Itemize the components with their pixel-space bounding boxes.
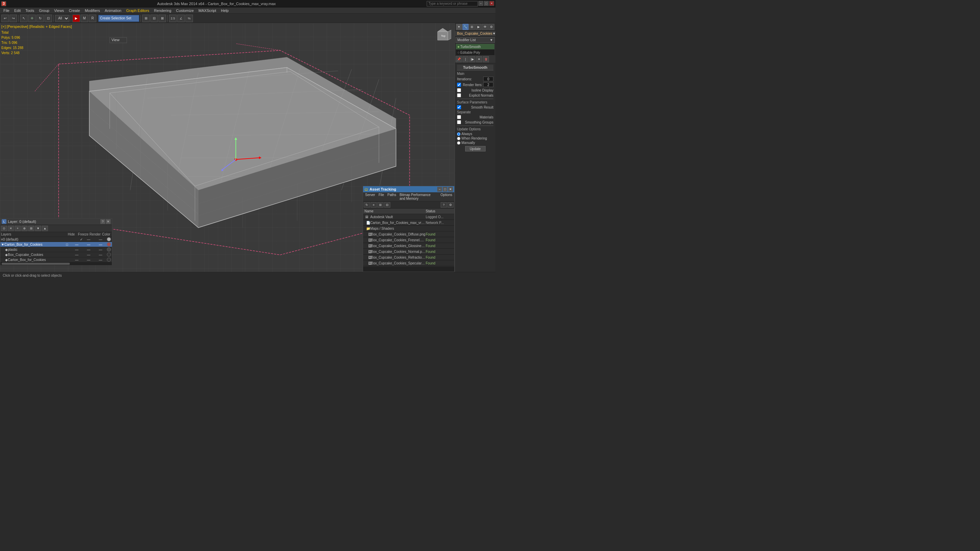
ts-update-button[interactable]: Update: [465, 146, 485, 151]
dropdown-arrow-icon[interactable]: ▼: [492, 32, 495, 35]
ts-smooth-result-checkbox[interactable]: [457, 105, 461, 109]
menu-tools[interactable]: Tools: [24, 8, 37, 14]
align-button[interactable]: ⊞: [142, 14, 150, 22]
layers-move-obj-button[interactable]: ⊙: [1, 226, 7, 231]
snap-3d-button[interactable]: 2.5: [169, 14, 177, 22]
menu-graph-editors[interactable]: Graph Editors: [124, 8, 151, 14]
layer-row-carton[interactable]: ▼ Carton_Box_for_Cookies □ — — —: [0, 242, 112, 247]
ts-iterations-input[interactable]: [483, 76, 493, 81]
pin-stack-button[interactable]: 📌: [456, 56, 462, 62]
asset-row-glossiness[interactable]: 🖼 Box_Cupcake_Cookies_Glossiness.png Fou…: [363, 243, 454, 249]
layer-row-plastic[interactable]: ◆ plastic — — —: [0, 247, 112, 252]
layers-collapse-button[interactable]: ▲: [42, 226, 48, 231]
minimize-button[interactable]: −: [479, 1, 483, 6]
asset-menu-options[interactable]: Options: [439, 193, 453, 201]
asset-refresh-button[interactable]: ↻: [364, 202, 370, 208]
undo-button[interactable]: ↩: [2, 14, 9, 22]
scale-button[interactable]: ⊡: [45, 14, 52, 22]
ts-materials-checkbox[interactable]: [457, 115, 461, 119]
ts-smoothing-checkbox[interactable]: [457, 120, 461, 124]
show-result-button[interactable]: |▶: [469, 56, 476, 62]
editablepoly-modifier-item[interactable]: ○ Editable Poly: [456, 50, 495, 55]
asset-menu-server[interactable]: Server: [364, 193, 376, 201]
ts-render-iters-checkbox[interactable]: [457, 83, 461, 87]
asset-menu-paths[interactable]: Paths: [386, 193, 398, 201]
turbosmooth-modifier-item[interactable]: ● TurboSmooth: [456, 44, 495, 50]
asset-menu-bitmap[interactable]: Bitmap Performance and Memory: [398, 193, 438, 201]
asset-row-normal[interactable]: 🖼 Box_Cupcake_Cookies_Normal.png Found: [363, 249, 454, 255]
asset-maximize-button[interactable]: □: [443, 187, 447, 192]
asset-row-specular[interactable]: 🖼 Box_Cupcake_Cookies_Specular.png Found: [363, 260, 454, 266]
viewport-label[interactable]: [+] [Perspective] [Realistic + Edged Fac…: [2, 24, 72, 29]
layers-scrollbar[interactable]: [0, 263, 112, 265]
angle-snap-button[interactable]: ∠: [177, 14, 185, 22]
layer-plastic-color[interactable]: [107, 247, 111, 252]
modify-tab[interactable]: 🔧: [463, 24, 469, 30]
menu-animation[interactable]: Animation: [103, 8, 124, 14]
ts-explicit-checkbox[interactable]: [457, 93, 461, 97]
redo-button[interactable]: ↪: [10, 14, 17, 22]
mirror-button[interactable]: ⊟: [150, 14, 158, 22]
menu-group[interactable]: Group: [37, 8, 51, 14]
material-editor-button[interactable]: M: [81, 14, 88, 22]
layer-carton-color[interactable]: [107, 242, 111, 247]
selection-filter[interactable]: All: [55, 15, 69, 22]
menu-help[interactable]: Help: [219, 8, 231, 14]
asset-row-fresnel[interactable]: 🖼 Box_Cupcake_Cookies_Fresnel.png Found: [363, 237, 454, 243]
menu-rendering[interactable]: Rendering: [152, 8, 173, 14]
motion-tab[interactable]: ▶: [476, 24, 482, 30]
menu-customize[interactable]: Customize: [174, 8, 196, 14]
ts-isoline-checkbox[interactable]: [457, 88, 461, 92]
array-button[interactable]: ⊠: [159, 14, 166, 22]
move-button[interactable]: ✛: [28, 14, 36, 22]
layer-row-boxcupcake[interactable]: ◆ Box_Cupcake_Cookies — — —: [0, 252, 112, 257]
show-end-button[interactable]: |: [463, 56, 469, 62]
layer-row-carton2[interactable]: ◆ Carton_Box_for_Cookies — — —: [0, 257, 112, 263]
search-input[interactable]: [427, 1, 478, 6]
asset-menu-file[interactable]: File: [377, 193, 385, 201]
modifier-list-dropdown[interactable]: Modifier List ▼: [456, 37, 495, 43]
asset-minimize-button[interactable]: −: [437, 187, 442, 192]
asset-help-button[interactable]: ?: [441, 202, 447, 208]
ts-render-iters-input[interactable]: [483, 82, 493, 87]
render-setup-button[interactable]: R: [89, 14, 96, 22]
close-button[interactable]: ✕: [489, 1, 494, 6]
menu-views[interactable]: Views: [52, 8, 66, 14]
remove-modifier-button[interactable]: 🗑: [483, 56, 489, 62]
layers-delete-button[interactable]: ✕: [8, 226, 14, 231]
ts-when-rendering-radio[interactable]: [457, 137, 460, 140]
asset-row-carton-max[interactable]: 📄 Carton_Box_for_Cookies_max_vray.max Ne…: [363, 220, 454, 226]
layers-settings-button[interactable]: ⊞: [28, 226, 34, 231]
asset-list-button[interactable]: ≡: [371, 202, 377, 208]
ts-manually-radio[interactable]: [457, 141, 460, 145]
utility-tab[interactable]: ⚙: [488, 24, 495, 30]
asset-details-button[interactable]: ⊞: [377, 202, 383, 208]
ts-always-radio[interactable]: [457, 132, 460, 136]
menu-edit[interactable]: Edit: [12, 8, 23, 14]
render-button[interactable]: ▶: [73, 14, 80, 22]
asset-row-maps-folder[interactable]: 📁 Maps / Shaders: [363, 226, 454, 231]
asset-row-refraction[interactable]: 🖼 Box_Cupcake_Cookies_Refraction.png Fou…: [363, 255, 454, 260]
layers-expand-button[interactable]: ▼: [35, 226, 41, 231]
percent-snap-button[interactable]: %: [185, 14, 193, 22]
asset-row-diffuse[interactable]: 🖼 Box_Cupcake_Cookies_Diffuse.png Found: [363, 231, 454, 237]
asset-scrollbar-h[interactable]: [363, 266, 454, 269]
menu-maxscript[interactable]: MAXScript: [196, 8, 218, 14]
asset-settings-button[interactable]: ⚙: [447, 202, 453, 208]
select-button[interactable]: ↖: [20, 14, 27, 22]
make-unique-button[interactable]: ✦: [476, 56, 482, 62]
layer-boxcupcake-color[interactable]: [107, 253, 111, 256]
layers-add-button[interactable]: +: [14, 226, 21, 231]
layer-carton2-color[interactable]: [107, 258, 111, 262]
menu-modifiers[interactable]: Modifiers: [83, 8, 102, 14]
asset-scrollbar-v[interactable]: [363, 269, 454, 272]
layers-help-button[interactable]: ?: [100, 219, 105, 224]
layer-row-default[interactable]: ≡ 0 (default) ✓ — —: [0, 237, 112, 242]
layer-default-color[interactable]: [107, 237, 111, 241]
create-selection-set[interactable]: Create Selection Set: [98, 15, 139, 22]
hierarchy-tab[interactable]: ⊞: [469, 24, 475, 30]
layers-close-button[interactable]: ✕: [106, 219, 111, 224]
asset-row-vault[interactable]: 🏛 Autodesk Vault Logged O...: [363, 214, 454, 220]
layers-merge-button[interactable]: ⊕: [21, 226, 27, 231]
create-tab[interactable]: +: [456, 24, 462, 30]
